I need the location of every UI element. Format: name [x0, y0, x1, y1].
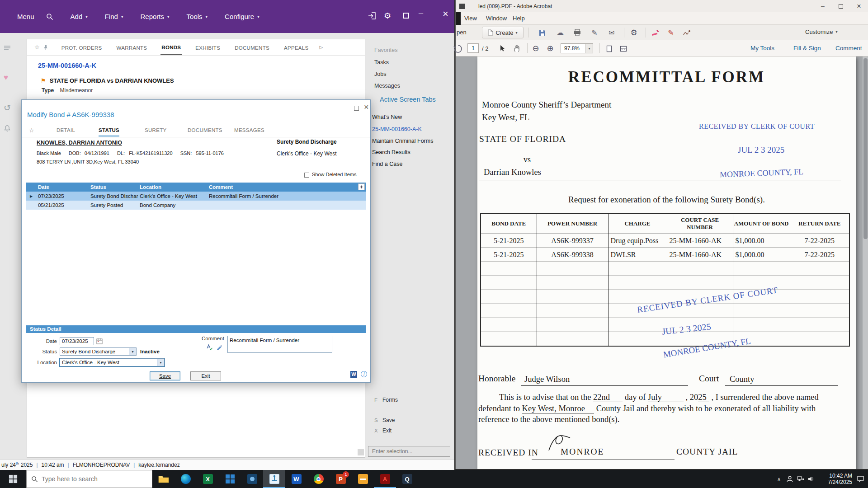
date-input[interactable] [60, 337, 94, 345]
highlighter-icon[interactable] [649, 27, 661, 38]
info-icon[interactable]: i [361, 371, 367, 377]
scrollbar-track[interactable] [863, 56, 868, 469]
search-icon[interactable] [46, 13, 53, 20]
gear-icon[interactable]: ⚙ [384, 11, 391, 21]
tab-surety[interactable]: SURETY [145, 127, 166, 136]
enter-selection-input[interactable] [368, 446, 450, 457]
spellcheck-icon[interactable] [206, 344, 212, 350]
chevron-down-icon[interactable]: ▾ [129, 348, 136, 355]
menu-button[interactable]: Menu [17, 13, 34, 20]
tab-messages[interactable]: MESSAGES [234, 127, 264, 136]
email-icon[interactable]: ✉ [606, 27, 618, 38]
sidebar-item-favorites[interactable]: Favorites [374, 47, 397, 53]
menu-reports[interactable]: Reports▾ [140, 13, 169, 20]
tab-overflow-icon[interactable]: ▷ [320, 45, 323, 50]
zoom-level-dropdown[interactable]: 97.8% ▾ [561, 43, 593, 53]
heart-icon[interactable]: ♥ [4, 73, 8, 82]
location-dropdown[interactable]: Clerk's Office - Key West ▾ [60, 358, 165, 366]
open-button-partial[interactable]: pen [457, 29, 467, 36]
shortcut-exit[interactable]: Exit [382, 427, 392, 434]
app-grid-icon[interactable] [219, 470, 241, 488]
zoom-out-icon[interactable]: ⊖ [530, 42, 542, 54]
tab-warrants[interactable]: WARRANTS [116, 41, 148, 54]
action-center-icon[interactable] [855, 470, 866, 488]
maximize-icon[interactable] [354, 106, 359, 111]
minimize-icon[interactable]: ─ [419, 10, 423, 17]
case-number-link[interactable]: 25-MM-001660-A-K [38, 62, 96, 69]
zoom-in-icon[interactable]: ⊕ [544, 42, 556, 54]
scrollbar-thumb[interactable] [863, 58, 868, 239]
previous-view-icon[interactable] [452, 43, 464, 55]
tab-bonds[interactable]: BONDS [160, 40, 182, 55]
exit-button[interactable]: Exit [190, 371, 221, 380]
comment-link[interactable]: Comment [835, 45, 862, 52]
edit-comment-icon[interactable] [216, 344, 222, 350]
status-dropdown[interactable]: Surety Bond Discharge ▾ [60, 347, 137, 356]
tab-appeals[interactable]: APPEALS [283, 41, 310, 54]
tab-documents[interactable]: DOCUMENTS [188, 127, 222, 136]
cloud-upload-icon[interactable]: ☁ [554, 27, 566, 38]
menu-view[interactable]: View [464, 15, 477, 22]
sidebar-item-messages[interactable]: Messages [374, 83, 400, 89]
screen-tab-find-a-case[interactable]: Find a Case [372, 161, 402, 167]
show-deleted-checkbox[interactable] [304, 173, 309, 178]
tab-exhibits[interactable]: EXHIBITS [194, 41, 221, 54]
fill-sign-link[interactable]: Fill & Sign [793, 45, 821, 52]
close-icon[interactable]: × [850, 0, 868, 12]
save-button[interactable]: Save [150, 371, 180, 380]
show-hidden-icons[interactable]: ∧ [774, 470, 784, 488]
edit-icon[interactable]: ✎ [589, 27, 600, 38]
settings-gear-icon[interactable]: ⚙ [628, 27, 640, 38]
close-icon[interactable]: × [443, 9, 448, 19]
taskbar-search-input[interactable] [42, 475, 141, 483]
history-icon[interactable]: ↺ [4, 103, 11, 113]
shortcut-forms[interactable]: Forms [382, 397, 398, 403]
pdf-viewport[interactable]: RECOMMITTAL FORM Monroe County Sheriff’s… [456, 56, 868, 469]
sign-out-icon[interactable] [368, 12, 377, 20]
taskbar-search[interactable] [26, 470, 152, 488]
star-icon[interactable]: ☆ [34, 44, 40, 51]
grid-row-2[interactable]: 05/21/2025 Surety Posted Bond Company [26, 201, 366, 210]
resize-grip[interactable] [358, 449, 364, 455]
menu-help[interactable]: Help [513, 15, 525, 22]
print-icon[interactable] [571, 27, 583, 38]
people-tray-icon[interactable] [784, 470, 795, 488]
screen-tab-whats-new[interactable]: What's New [372, 114, 402, 120]
my-tools-link[interactable]: My Tools [750, 45, 774, 52]
tray-clock[interactable]: 10:42 AM 7/24/2025 [820, 473, 852, 485]
word-icon[interactable]: W [350, 371, 357, 378]
close-icon[interactable]: × [364, 103, 369, 112]
comment-textarea[interactable]: Recommitall Form / Surrender [227, 336, 332, 353]
file-explorer-icon[interactable] [152, 470, 175, 488]
maximize-icon[interactable] [832, 0, 850, 12]
star-icon[interactable]: ☆ [29, 127, 34, 134]
page-number-input[interactable] [467, 43, 479, 53]
customize-button[interactable]: Customize ▾ [805, 28, 837, 35]
hand-tool-icon[interactable] [511, 42, 523, 54]
teams-icon[interactable] [241, 470, 263, 488]
add-row-button[interactable]: + [358, 183, 365, 190]
save-icon[interactable] [536, 27, 548, 38]
word-icon[interactable]: W [285, 470, 307, 488]
q-app-icon[interactable]: Q [396, 470, 418, 488]
start-button[interactable] [0, 470, 26, 488]
chevron-down-icon[interactable]: ▾ [157, 359, 164, 366]
sidebar-item-tasks[interactable]: Tasks [374, 59, 389, 66]
acrobat-icon[interactable]: A [374, 470, 396, 488]
menu-tools[interactable]: Tools▾ [187, 13, 208, 20]
volume-icon[interactable] [806, 470, 817, 488]
bell-icon[interactable] [4, 125, 11, 132]
sidebar-item-jobs[interactable]: Jobs [374, 71, 386, 77]
tab-status[interactable]: STATUS [99, 127, 119, 136]
fit-width-icon[interactable] [618, 43, 629, 55]
network-icon[interactable] [795, 470, 806, 488]
chevron-down-icon[interactable]: ▾ [585, 44, 593, 53]
red-pen-icon[interactable]: ✎ [665, 27, 677, 38]
tab-documents[interactable]: DOCUMENTS [234, 41, 270, 54]
signature-icon[interactable] [681, 27, 693, 38]
menu-add[interactable]: Add▾ [71, 13, 88, 20]
shortcut-save[interactable]: Save [382, 417, 395, 423]
sticky-notes-icon[interactable] [352, 470, 374, 488]
screen-tab-search-results[interactable]: Search Results [372, 149, 410, 155]
tab-prot-orders[interactable]: PROT. ORDERS [61, 41, 103, 54]
